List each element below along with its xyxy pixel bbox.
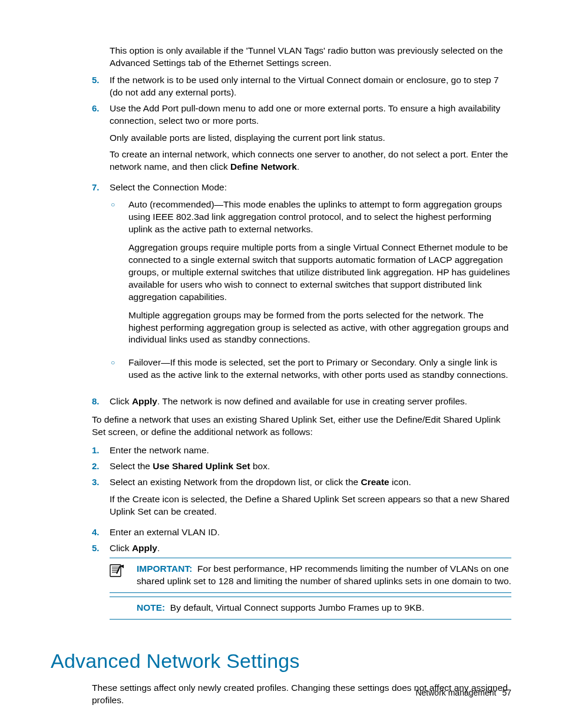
step-number: 8. xyxy=(92,396,110,408)
paragraph: Select an existing Network from the drop… xyxy=(110,476,511,489)
step-body: Enter an external VLAN ID. xyxy=(110,526,511,539)
bold-text: Create xyxy=(361,477,389,487)
step-body: Click Apply. xyxy=(110,542,511,555)
text: . xyxy=(157,543,160,553)
bold-text: Apply xyxy=(132,396,157,406)
section-heading: Advanced Network Settings xyxy=(51,648,511,675)
step-number: 7. xyxy=(92,182,110,392)
step-body: Enter the network name. xyxy=(110,444,511,457)
paragraph: Failover—If this mode is selected, set t… xyxy=(128,357,511,381)
text: Select an existing Network from the drop… xyxy=(110,477,361,487)
paragraph: Multiple aggregation groups may be forme… xyxy=(128,309,511,347)
step-number: 6. xyxy=(92,103,110,179)
paragraph: Use the Add Port pull-down menu to add o… xyxy=(110,103,511,127)
content-area: This option is only available if the 'Tu… xyxy=(51,45,511,707)
paragraph: If the Create icon is selected, the Defi… xyxy=(110,493,511,518)
important-callout: IMPORTANT: For best performance, HP reco… xyxy=(110,558,511,593)
step-5: 5. If the network is to be used only int… xyxy=(92,74,511,99)
mid-paragraph: To define a network that uses an existin… xyxy=(92,414,511,439)
callout-text: For best performance, HP recommends limi… xyxy=(137,564,511,586)
bold-text: Use Shared Uplink Set xyxy=(153,461,250,471)
paragraph: To create an internal network, which con… xyxy=(110,149,511,173)
callout-label: IMPORTANT: xyxy=(137,564,192,574)
sub-body: Auto (recommended)—This mode enables the… xyxy=(128,199,511,352)
page-number: 57 xyxy=(502,688,511,697)
step-body: Click Apply. The network is now defined … xyxy=(110,396,511,408)
step-number: 3. xyxy=(92,476,110,523)
step2-5: 5. Click Apply. xyxy=(92,542,511,555)
callout-body: NOTE: By default, Virtual Connect suppor… xyxy=(137,602,511,614)
step-body: Select the Connection Mode: ○ Auto (reco… xyxy=(110,182,511,392)
paragraph: Select the Connection Mode: xyxy=(110,182,511,194)
step-body: Use the Add Port pull-down menu to add o… xyxy=(110,103,511,179)
step-body: If the network is to be used only intern… xyxy=(110,74,511,99)
callout-label: NOTE: xyxy=(137,602,165,612)
text: Select the xyxy=(110,461,153,471)
step-number: 5. xyxy=(92,542,110,555)
text: Click xyxy=(110,396,132,406)
text: . xyxy=(297,162,299,172)
bold-text: Define Network xyxy=(230,162,297,172)
step-body: Select the Use Shared Uplink Set box. xyxy=(110,460,511,473)
step-number: 5. xyxy=(92,74,110,99)
text: icon. xyxy=(389,477,411,487)
step2-1: 1. Enter the network name. xyxy=(92,444,511,457)
sub-bullet-auto: ○ Auto (recommended)—This mode enables t… xyxy=(110,199,511,352)
sub-body: Failover—If this mode is selected, set t… xyxy=(128,357,511,387)
step2-4: 4. Enter an external VLAN ID. xyxy=(92,526,511,539)
sub-bullet-failover: ○ Failover—If this mode is selected, set… xyxy=(110,357,511,387)
text: Click xyxy=(110,543,132,553)
step-number: 2. xyxy=(92,460,110,473)
step2-2: 2. Select the Use Shared Uplink Set box. xyxy=(92,460,511,473)
intro-paragraph: This option is only available if the 'Tu… xyxy=(110,45,511,70)
text: To create an internal network, which con… xyxy=(110,149,508,172)
callout-body: IMPORTANT: For best performance, HP reco… xyxy=(137,563,511,588)
paragraph: Aggregation groups require multiple port… xyxy=(128,242,511,304)
step-6: 6. Use the Add Port pull-down menu to ad… xyxy=(92,103,511,179)
text: box. xyxy=(250,461,270,471)
paragraph: Auto (recommended)—This mode enables the… xyxy=(128,199,511,236)
paragraph: Only available ports are listed, display… xyxy=(110,132,511,144)
important-icon xyxy=(110,563,137,588)
text: . The network is now defined and availab… xyxy=(157,396,467,406)
step-number: 1. xyxy=(92,444,110,457)
note-callout: NOTE: By default, Virtual Connect suppor… xyxy=(110,597,511,620)
document-page: This option is only available if the 'Tu… xyxy=(0,0,562,728)
step-body: Select an existing Network from the drop… xyxy=(110,476,511,523)
page-footer: Network management57 xyxy=(415,687,511,699)
callout-text: By default, Virtual Connect supports Jum… xyxy=(170,602,424,612)
step2-3: 3. Select an existing Network from the d… xyxy=(92,476,511,523)
bullet-icon: ○ xyxy=(110,357,128,387)
step-7: 7. Select the Connection Mode: ○ Auto (r… xyxy=(92,182,511,392)
step-number: 4. xyxy=(92,526,110,539)
bullet-icon: ○ xyxy=(110,199,128,352)
step-8: 8. Click Apply. The network is now defin… xyxy=(92,396,511,408)
footer-label: Network management xyxy=(415,688,496,697)
bold-text: Apply xyxy=(132,543,157,553)
